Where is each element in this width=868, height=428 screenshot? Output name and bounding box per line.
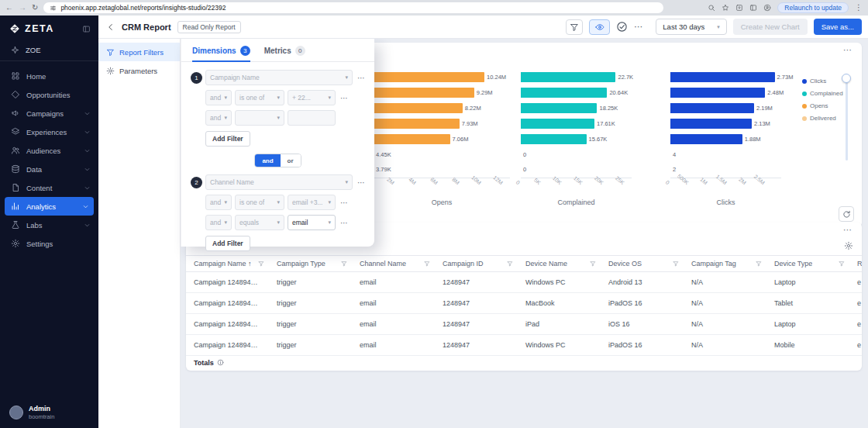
browser-menu-icon[interactable]: ⋮ — [855, 4, 863, 12]
legend-item-clicks[interactable]: Clicks — [802, 78, 843, 85]
filter-row-menu[interactable]: ⋯ — [357, 178, 365, 187]
sidebar-item-content[interactable]: Content — [0, 178, 98, 197]
sidebar-item-campaigns[interactable]: Campaigns — [0, 104, 98, 123]
sidebar-item-settings[interactable]: Settings — [0, 234, 98, 253]
table-row[interactable]: Campaign 1248947 - Flash Saletriggeremai… — [186, 272, 862, 293]
nav-parameters[interactable]: Parameters — [98, 61, 180, 80]
bar[interactable] — [670, 103, 754, 113]
charts-more-menu[interactable]: ⋯ — [843, 45, 852, 55]
add-filter-button[interactable]: Add Filter — [205, 131, 250, 147]
nav-report-filters[interactable]: Report Filters — [98, 43, 180, 61]
column-header-device-os[interactable]: Device OS — [601, 256, 684, 272]
filter-row-menu[interactable]: ⋯ — [340, 94, 348, 102]
table-scroll-area[interactable]: Campaign Name ↑Campaign TypeChannel Name… — [186, 255, 862, 371]
bar[interactable] — [521, 103, 597, 113]
bar[interactable] — [374, 103, 463, 113]
legend-item-complained[interactable]: Complained — [802, 90, 843, 97]
user-profile[interactable]: Admin boomtrain — [9, 405, 54, 420]
sidebar-item-audiences[interactable]: Audiences — [0, 141, 98, 160]
value-select[interactable]: email +3...▾ — [288, 195, 336, 210]
bar[interactable] — [670, 119, 752, 129]
bookmark-star-icon[interactable] — [722, 4, 729, 12]
column-header-campaign-id[interactable]: Campaign ID — [435, 256, 518, 272]
check-circle-icon[interactable] — [616, 21, 628, 33]
table-row[interactable]: Campaign 1248947 - Flash Saletriggeremai… — [186, 335, 862, 356]
column-filter-icon[interactable] — [673, 261, 679, 267]
column-filter-icon[interactable] — [341, 261, 347, 267]
side-panel-icon[interactable] — [749, 4, 757, 12]
info-icon[interactable] — [217, 359, 224, 366]
tab-dimensions[interactable]: Dimensions 3 — [192, 46, 250, 61]
sidebar-item-data[interactable]: Data — [0, 160, 98, 178]
bar[interactable] — [670, 88, 765, 98]
value-input[interactable] — [288, 110, 336, 126]
column-header-device-name[interactable]: Device Name — [518, 256, 601, 272]
data-zoom-slider[interactable] — [842, 74, 851, 160]
column-filter-icon[interactable] — [839, 261, 845, 267]
bar[interactable] — [374, 119, 460, 129]
refresh-button[interactable] — [839, 206, 854, 222]
operator-select[interactable]: equals▾ — [235, 215, 284, 230]
sidebar-item-experiences[interactable]: Experiences — [0, 123, 98, 141]
sidebar-item-opportunities[interactable]: Opportunities — [0, 85, 98, 104]
legend-item-opens[interactable]: Opens — [802, 102, 843, 109]
date-range-select[interactable]: Last 30 days ▾ — [656, 19, 726, 35]
bar[interactable] — [521, 134, 587, 144]
back-chevron-icon[interactable] — [106, 22, 115, 32]
join-and-option[interactable]: and — [255, 154, 280, 167]
bar[interactable] — [670, 72, 775, 82]
bar[interactable] — [374, 134, 450, 144]
search-icon[interactable] — [708, 4, 715, 12]
site-settings-icon[interactable] — [50, 5, 57, 12]
column-filter-icon[interactable] — [507, 261, 513, 267]
value-select[interactable]: email▾ — [288, 215, 336, 230]
header-more-menu[interactable]: ⋯ — [634, 22, 643, 32]
operator-select[interactable]: is one of▾ — [235, 195, 284, 210]
profile-icon[interactable] — [763, 4, 771, 12]
column-filter-icon[interactable] — [590, 261, 596, 267]
filter-row-menu[interactable]: ⋯ — [357, 74, 365, 82]
address-bar[interactable]: phoenix.app.zetaglobal.net/reports/insig… — [43, 2, 663, 13]
save-as-button[interactable]: Save as... — [814, 19, 862, 35]
column-header-campaign-tag[interactable]: Campaign Tag — [684, 256, 766, 272]
slider-handle[interactable] — [842, 74, 851, 83]
browser-forward-icon[interactable]: → — [19, 4, 26, 12]
table-settings-gear-icon[interactable] — [844, 241, 853, 250]
column-filter-icon[interactable] — [424, 261, 430, 267]
downloads-icon[interactable] — [735, 4, 743, 12]
join-or-option[interactable]: or — [281, 154, 301, 167]
bar[interactable] — [374, 88, 474, 98]
sidebar-item-home[interactable]: Home — [0, 67, 98, 85]
column-filter-icon[interactable] — [258, 261, 264, 267]
field-select[interactable]: Campaign Name▾ — [205, 70, 353, 85]
column-filter-icon[interactable] — [756, 261, 762, 267]
browser-back-icon[interactable]: ← — [5, 4, 13, 12]
chart-filter-button[interactable] — [566, 19, 583, 35]
bar[interactable] — [521, 119, 594, 129]
tab-metrics[interactable]: Metrics 0 — [264, 46, 305, 61]
table-row[interactable]: Campaign 1248947 - Flash Saletriggeremai… — [186, 314, 862, 335]
column-header-r[interactable]: R — [849, 256, 862, 272]
preview-eye-button[interactable] — [589, 19, 610, 35]
filter-row-menu[interactable]: ⋯ — [340, 219, 348, 227]
bool-select[interactable]: and▾ — [205, 195, 232, 210]
bar[interactable] — [670, 134, 742, 144]
sort-asc-icon[interactable]: ↑ — [246, 260, 252, 268]
table-row[interactable]: Campaign 1248947 - Flash Saletriggeremai… — [186, 293, 862, 314]
bar[interactable] — [521, 72, 615, 82]
bar[interactable] — [374, 72, 484, 82]
field-select[interactable]: Channel Name▾ — [205, 174, 353, 190]
bool-select[interactable]: and▾ — [205, 215, 232, 230]
sidebar-item-zoe[interactable]: ZOE — [0, 41, 98, 61]
legend-item-delivered[interactable]: Delivered — [802, 115, 843, 122]
table-more-menu[interactable]: ⋯ — [843, 225, 852, 235]
column-header-device-type[interactable]: Device Type — [766, 256, 849, 272]
bool-select[interactable]: and▾ — [205, 110, 232, 126]
sidebar-item-labs[interactable]: Labs — [0, 216, 98, 234]
value-select[interactable]: + 22...▾ — [288, 90, 336, 105]
bool-select[interactable]: and▾ — [205, 90, 232, 105]
browser-reload-icon[interactable]: ↻ — [32, 4, 38, 12]
sidebar-item-analytics[interactable]: Analytics — [5, 197, 94, 216]
create-new-chart-button[interactable]: Create New Chart — [733, 19, 808, 35]
bar[interactable] — [521, 88, 607, 98]
